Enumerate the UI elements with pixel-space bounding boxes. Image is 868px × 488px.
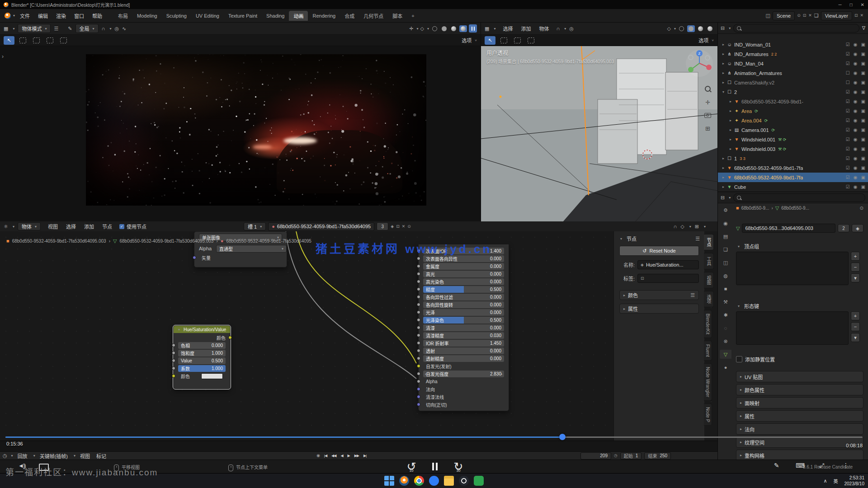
auto-key-button[interactable]: ◉ — [316, 454, 320, 458]
options-button[interactable]: 选项˅ — [698, 37, 714, 44]
node-input-row[interactable]: 光泽染色 0.500 — [423, 317, 504, 324]
color-output-row[interactable]: 颜色 — [178, 334, 226, 341]
remove-vertex-group-button[interactable]: − — [851, 263, 860, 272]
select-box-tool-button[interactable] — [17, 36, 28, 45]
color-swatch[interactable] — [201, 373, 223, 379]
decrement-arrow[interactable]: ‹ — [425, 371, 426, 377]
list-icon[interactable]: ☰ — [690, 293, 695, 298]
disable-render-toggle[interactable]: ▣ — [861, 70, 865, 75]
menu-item[interactable]: 编辑 — [34, 12, 52, 19]
rest-position-checkbox[interactable] — [736, 356, 742, 362]
node-input-row[interactable]: 颜色 — [178, 373, 226, 380]
sidebar-tab[interactable]: BlenderKit — [704, 310, 712, 338]
expand-toggle[interactable]: ▸ — [728, 137, 733, 141]
node-input-row[interactable]: 次表面各向异性 0.000 — [423, 255, 504, 262]
node-input-socket[interactable] — [417, 364, 420, 368]
copy-icon[interactable]: ⊡ — [803, 14, 807, 18]
maximize-button[interactable]: □ — [850, 2, 853, 7]
outliner-row[interactable]: ▸ ▼ 68b0d550-9532-4059-9bd1-7fa ☑ ◉ ▣ — [718, 163, 868, 173]
node-name-field[interactable]: ◈ Hue/Saturation... — [637, 260, 699, 269]
node-input-row[interactable]: 光泽 0.000 — [423, 309, 504, 316]
snap-magnet-icon[interactable]: ∩ — [102, 26, 105, 31]
disable-render-toggle[interactable]: ▣ — [861, 127, 865, 132]
breadcrumb[interactable]: 68b0d550-9... — [741, 206, 769, 211]
node-input-row[interactable]: 各向异性过滤 0.000 — [423, 294, 504, 300]
selectable-checkbox[interactable]: ☑ — [846, 89, 850, 94]
node-input-row[interactable]: 糙度 0.500 — [423, 286, 504, 293]
close-button[interactable]: ✕ — [861, 2, 864, 7]
unlink-material-button[interactable]: ✕ — [402, 225, 406, 229]
proportional-edit-icon[interactable]: ◎ — [569, 26, 574, 31]
obs-app[interactable] — [459, 476, 469, 486]
selectable-checkbox[interactable]: ☑ — [846, 156, 850, 161]
pin-icon[interactable]: ⊙ — [407, 225, 411, 229]
material-slot-dropdown[interactable]: 槽 1▾ — [244, 222, 266, 230]
scene-tab[interactable]: ◫ — [720, 258, 731, 267]
menu-item[interactable]: 选择 — [499, 25, 517, 32]
world-tab[interactable]: ◍ — [720, 271, 731, 280]
expand-toggle[interactable]: ▸ — [728, 128, 733, 132]
options-button[interactable]: 选项˅ — [462, 37, 477, 44]
reset-node-button[interactable]: ↺ Reset Node — [619, 246, 699, 256]
node-input-row[interactable]: 次表面IOR 1.400 — [423, 248, 504, 254]
blender-app[interactable] — [399, 476, 409, 486]
vertex-groups-header[interactable]: ▾顶点组 — [736, 243, 863, 250]
snap-magnet-icon[interactable]: ∩ — [556, 26, 560, 31]
notes-app[interactable] — [474, 476, 484, 486]
expand-toggle[interactable]: ▾ — [721, 90, 726, 94]
node-input-row[interactable]: ‹ 自发光强度 2.830 › — [423, 371, 504, 377]
transport-button[interactable]: ◀ — [338, 454, 345, 458]
disable-render-toggle[interactable]: ▣ — [861, 108, 865, 113]
sidebar-tab[interactable]: Node Wrangler — [704, 363, 712, 401]
toggle-ortho-icon[interactable]: ⊞ — [705, 125, 710, 132]
menu-item[interactable]: 物体 — [535, 25, 553, 32]
hide-eye-toggle[interactable]: ◉ — [854, 52, 858, 56]
selectable-checkbox[interactable]: ☑ — [846, 146, 850, 151]
transport-button[interactable]: ◀◀ — [329, 454, 338, 458]
shape-key-specials-button[interactable]: ▾ — [851, 333, 860, 342]
node-input-row[interactable]: 饱和度 1.000 — [178, 350, 226, 357]
disable-render-toggle[interactable]: ▣ — [861, 165, 865, 170]
shading-wireframe-button[interactable] — [431, 25, 439, 32]
close-icon[interactable]: ✕ — [860, 14, 863, 18]
node-input-socket[interactable] — [417, 372, 420, 375]
toolbar-expand-chevron[interactable]: › — [2, 53, 4, 60]
physics-tab[interactable]: ◌ — [720, 324, 731, 333]
node-input-socket[interactable] — [417, 387, 420, 391]
close-icon[interactable]: ✕ — [808, 14, 812, 18]
transport-button[interactable]: ▶▶ — [352, 454, 361, 458]
node-input-socket[interactable] — [417, 380, 420, 383]
disable-render-toggle[interactable]: ▣ — [861, 175, 865, 180]
node-canvas[interactable]: ■ 68b0d550-9532-4059-9bd1-7fa530d64095.0… — [0, 231, 717, 441]
disable-render-toggle[interactable]: ▣ — [861, 80, 865, 85]
disable-render-toggle[interactable]: ▣ — [861, 89, 865, 94]
timeline-scrub-area[interactable] — [0, 441, 717, 451]
node-input-socket[interactable] — [417, 395, 420, 399]
node-input-row[interactable]: 各向异性旋转 0.000 — [423, 301, 504, 308]
node-input-socket[interactable] — [417, 287, 420, 291]
hide-eye-toggle[interactable]: ◉ — [854, 127, 858, 132]
expand-toggle[interactable]: ▸ — [728, 109, 733, 113]
select-box-subtract-button[interactable] — [44, 36, 55, 45]
shading-wireframe-button[interactable] — [678, 25, 685, 32]
overlays-toggle-icon[interactable]: ◇ — [667, 26, 671, 31]
hide-eye-toggle[interactable]: ◉ — [854, 165, 858, 170]
sidebar-tab[interactable]: Node P — [704, 404, 712, 426]
filter-icon[interactable]: ∇ — [862, 26, 865, 31]
hide-eye-toggle[interactable]: ◉ — [854, 108, 858, 113]
node-input-row[interactable]: Value 0.500 — [178, 357, 226, 364]
particles-tab[interactable]: ✱ — [720, 310, 731, 319]
disable-render-toggle[interactable]: ▣ — [861, 184, 865, 189]
expand-toggle[interactable]: ▸ — [728, 147, 733, 151]
properties-search-input[interactable] — [733, 193, 865, 202]
material-users-button[interactable]: 3 — [377, 222, 388, 230]
node-input-row[interactable]: 高光 0.000 — [423, 271, 504, 277]
properties-section[interactable]: 属性 — [736, 410, 863, 422]
gizmos-toggle-icon[interactable]: ✛ — [409, 26, 413, 31]
node-input-row[interactable]: 透射糙度 0.000 — [423, 355, 504, 362]
outliner-row[interactable]: ▸ ☐ CameraShakify.v2 ☐ ◉ ▣ — [718, 78, 868, 87]
object-data-tab[interactable]: ▽ — [720, 350, 731, 359]
increment-arrow[interactable]: › — [501, 371, 502, 377]
properties-section[interactable]: UV 贴图 — [736, 371, 863, 382]
menu-icon[interactable]: ☰ — [695, 236, 700, 241]
